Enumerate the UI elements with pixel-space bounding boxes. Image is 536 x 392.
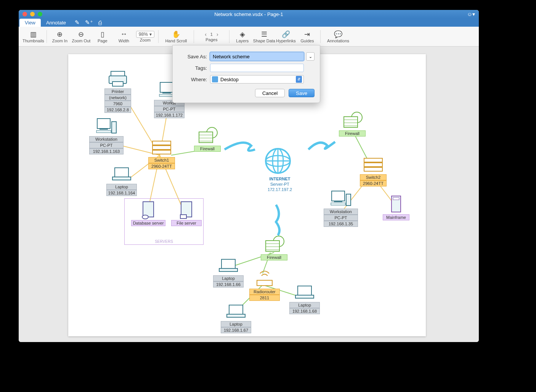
svg-rect-52 xyxy=(332,191,345,201)
node-database-server[interactable]: Database server xyxy=(131,201,165,226)
print-icon[interactable]: ⎙ xyxy=(94,19,106,27)
hyperlinks-icon: 🔗 xyxy=(282,30,290,39)
node-laptop-4[interactable]: Laptop 192.168.1.68 xyxy=(289,283,320,314)
fit-page-button[interactable]: ▯Page xyxy=(92,27,113,46)
zoom-in-button[interactable]: ⊕Zoom In xyxy=(49,27,71,46)
thumbnails-button[interactable]: ▥Thumbnails xyxy=(22,27,44,46)
titlebar[interactable]: Network scheme.vsdx - Page-1 ☺▾ xyxy=(19,10,479,18)
server-icon xyxy=(176,201,197,219)
page-icon: ▯ xyxy=(101,30,104,39)
svg-rect-24 xyxy=(112,122,116,133)
tab-view[interactable]: View xyxy=(19,19,41,27)
node-internet[interactable]: INTERNET Server-PT 172.17.197.2 xyxy=(263,146,297,192)
feedback-icon[interactable]: ☺▾ xyxy=(467,11,475,17)
zoom-dropdown[interactable]: 98%▾Zoom xyxy=(135,27,156,46)
hand-scroll-button[interactable]: ✋Hand Scroll xyxy=(161,27,191,46)
hand-icon: ✋ xyxy=(172,30,180,39)
svg-rect-22 xyxy=(99,129,108,130)
svg-rect-35 xyxy=(143,202,154,217)
workstation-icon xyxy=(96,117,117,135)
thumbnails-icon: ▥ xyxy=(30,30,37,39)
node-workstation-2[interactable]: Workstation PC-PT 192.168.1.163 xyxy=(89,117,124,154)
tags-input[interactable] xyxy=(210,64,304,72)
svg-rect-66 xyxy=(229,305,243,314)
saveas-input[interactable] xyxy=(210,52,304,61)
annotations-icon: 💬 xyxy=(334,30,342,39)
next-page-button[interactable]: › xyxy=(217,31,218,37)
shapedata-icon: ☰ xyxy=(261,30,267,39)
svg-rect-14 xyxy=(111,71,125,76)
svg-rect-18 xyxy=(162,92,171,93)
node-workstation-3[interactable]: Workstation PC-PT 192.168.1.35 xyxy=(324,190,358,227)
switch-icon xyxy=(363,155,384,174)
zoom-out-button[interactable]: ⊖Zoom Out xyxy=(71,27,92,46)
width-icon: ↔ xyxy=(120,30,127,39)
svg-rect-69 xyxy=(295,295,314,298)
prev-page-button[interactable]: ‹ xyxy=(205,31,207,37)
chevron-updown-icon: ⇵ xyxy=(296,76,302,83)
svg-rect-19 xyxy=(159,94,174,96)
signature-icon[interactable]: ✎ xyxy=(71,18,83,27)
node-firewall-2[interactable]: Firewall xyxy=(339,111,366,137)
workstation-icon xyxy=(330,190,351,208)
svg-rect-28 xyxy=(152,146,171,149)
where-select[interactable]: Desktop ⇵ xyxy=(210,75,304,84)
window-title: Network scheme.vsdx - Page-1 xyxy=(19,11,479,17)
hyperlinks-button[interactable]: 🔗Hyperlinks xyxy=(275,27,297,46)
svg-rect-49 xyxy=(364,158,382,162)
shape-data-button[interactable]: ☰Shape Data xyxy=(253,27,275,46)
guides-button[interactable]: ⇥Guides xyxy=(297,27,318,46)
annotations-button[interactable]: 💬Annotations xyxy=(323,27,353,46)
layers-button[interactable]: ◈Layers xyxy=(232,27,253,46)
svg-rect-63 xyxy=(257,280,272,286)
node-firewall-3[interactable]: Firewall xyxy=(261,235,287,260)
guides-icon: ⇥ xyxy=(304,30,310,39)
svg-rect-51 xyxy=(364,167,382,171)
switch-icon xyxy=(151,138,172,156)
save-button[interactable]: Save xyxy=(289,89,315,97)
svg-rect-68 xyxy=(298,286,311,295)
svg-rect-65 xyxy=(219,268,238,272)
node-laptop-2[interactable]: Laptop 192.168.1.66 xyxy=(213,256,244,288)
svg-rect-17 xyxy=(160,82,173,92)
node-radiorouter[interactable]: Radiorouter 2811 xyxy=(249,270,280,301)
node-switch-2[interactable]: Switch2 2960-24TT xyxy=(360,155,387,186)
svg-rect-50 xyxy=(364,163,382,167)
svg-rect-25 xyxy=(115,168,128,177)
cancel-button[interactable]: Cancel xyxy=(255,89,285,97)
node-file-server[interactable]: File server xyxy=(171,201,202,226)
pages-nav: ‹ 1 › Pages xyxy=(196,27,227,46)
tags-label: Tags: xyxy=(178,65,207,71)
router-icon xyxy=(254,270,275,288)
svg-rect-29 xyxy=(152,150,171,154)
printer-icon xyxy=(107,69,128,88)
node-switch-1[interactable]: Switch1 2960-24TT xyxy=(148,138,175,169)
layers-icon: ◈ xyxy=(240,30,245,39)
laptop-icon xyxy=(111,165,132,183)
expand-button[interactable]: ⌄ xyxy=(306,52,315,61)
svg-rect-55 xyxy=(346,194,351,206)
firewall-icon xyxy=(263,235,285,254)
node-firewall-1[interactable]: Firewall xyxy=(194,127,221,152)
toolbar: ▥Thumbnails ⊕Zoom In ⊖Zoom Out ▯Page ↔Wi… xyxy=(19,27,479,47)
node-laptop-3[interactable]: Laptop 192.168.1.67 xyxy=(221,302,251,333)
svg-rect-67 xyxy=(227,314,245,317)
signature-person-icon[interactable]: ✎⁺ xyxy=(83,18,94,27)
node-printer[interactable]: Printer (network) 7960 192.168.2.8 xyxy=(104,69,131,113)
zoom-out-icon: ⊖ xyxy=(78,30,84,39)
save-dialog: Save As: ⌄ Tags: Where: Desktop ⇵ Cancel… xyxy=(172,45,320,103)
tab-annotate[interactable]: Annotate xyxy=(41,19,71,27)
svg-rect-38 xyxy=(180,215,186,218)
svg-rect-57 xyxy=(393,198,399,200)
server-icon xyxy=(138,201,159,219)
fit-width-button[interactable]: ↔Width xyxy=(113,27,135,46)
svg-rect-23 xyxy=(96,130,111,133)
mainframe-icon xyxy=(385,195,407,214)
svg-rect-53 xyxy=(334,201,342,202)
node-mainframe[interactable]: Mainframe xyxy=(383,195,409,220)
svg-rect-26 xyxy=(112,177,131,180)
svg-rect-64 xyxy=(221,259,235,268)
laptop-icon xyxy=(225,302,247,320)
node-laptop-1[interactable]: Laptop 192.168.1.164 xyxy=(106,165,137,196)
laptop-icon xyxy=(218,256,239,275)
